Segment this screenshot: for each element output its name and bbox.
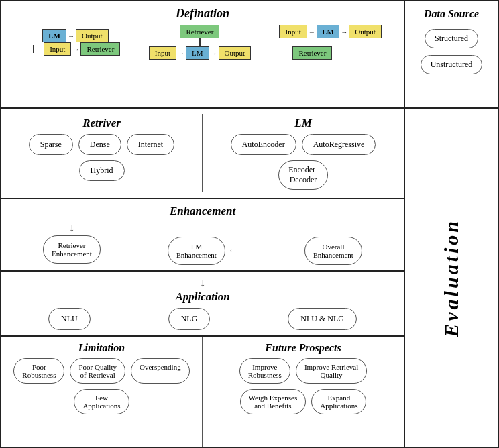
retriver-title: Retriver <box>9 117 194 130</box>
application-section: ↓ Application NLU NLG NLU & NLG <box>1 272 404 337</box>
retriver-sub: Retriver Sparse Dense Internet Hybrid <box>1 114 203 192</box>
limitation-title: Limitation <box>8 342 195 354</box>
lm-autoregressive: AutoRegressive <box>302 134 376 155</box>
limitation-overspending: Overspending <box>131 358 190 384</box>
retriever-enhancement-pill: RetrieverEnhancement <box>43 235 101 264</box>
bottom-sections: Limitation PoorRobustness Poor Qualityof… <box>1 337 404 447</box>
future-improve-retrieval: Improve RetrievalQuality <box>296 358 367 384</box>
future-expand-apps: ExpandApplications <box>311 389 366 414</box>
evaluation-section: Evaluation <box>405 109 498 447</box>
future-weigh-expenses: Weigh Expensesand Benefits <box>240 389 307 414</box>
limitation-section: Limitation PoorRobustness Poor Qualityof… <box>1 337 203 447</box>
app-nlg: NLG <box>168 308 211 330</box>
retriver-dense: Dense <box>78 134 121 155</box>
datasource-structured: Structured <box>425 29 478 48</box>
lm-encoder-decoder: Encoder-Decoder <box>278 160 328 190</box>
app-nlu-nlg: NLU & NLG <box>288 308 357 330</box>
enhancement-section: Enhancement ↓ RetrieverEnhancement <box>1 199 404 272</box>
app-nlu: NLU <box>48 308 91 330</box>
lm-sub: LM AutoEncoder AutoRegressive Encoder-De… <box>203 114 404 192</box>
defination-section: Defination LM → Output <box>1 1 405 107</box>
retriver-internet: Internet <box>127 134 174 155</box>
limitation-few-apps: FewApplications <box>74 389 129 414</box>
future-section: Future Prospects ImproveRobustness Impro… <box>203 337 404 447</box>
left-content: Retriver Sparse Dense Internet Hybrid LM… <box>1 109 405 447</box>
lm-title: LM <box>211 117 396 130</box>
future-title: Future Prospects <box>209 342 397 354</box>
defination-title: Defination <box>9 7 396 21</box>
enhancement-title: Enhancement <box>9 205 396 218</box>
application-title: Application <box>9 290 396 304</box>
overall-enhancement-pill: OverallEnhancement <box>304 237 362 265</box>
diagram-3: Input → LM → Output Retriever <box>279 25 381 60</box>
retriver-lm-section: Retriver Sparse Dense Internet Hybrid LM… <box>1 109 404 199</box>
datasource-unstructured: Unstructured <box>421 55 483 74</box>
limitation-poor-quality: Poor Qualityof Retrieval <box>70 358 125 384</box>
retriver-sparse: Sparse <box>29 134 73 155</box>
evaluation-label: Evaluation <box>440 219 463 337</box>
datasource-section: Data Source Structured Unstructured <box>405 1 498 107</box>
limitation-poor-robustness: PoorRobustness <box>13 358 64 384</box>
lm-autoencoder: AutoEncoder <box>231 134 296 155</box>
diagram-1: LM → Output Input → Retriever <box>23 29 120 56</box>
future-improve-robustness: ImproveRobustness <box>239 358 290 384</box>
datasource-title: Data Source <box>424 8 479 20</box>
retriver-hybrid: Hybrid <box>79 160 125 181</box>
diagram-2: Retriever Input → LM → Output <box>149 25 251 60</box>
lm-enhancement-pill: LMEnhancement <box>168 237 225 265</box>
